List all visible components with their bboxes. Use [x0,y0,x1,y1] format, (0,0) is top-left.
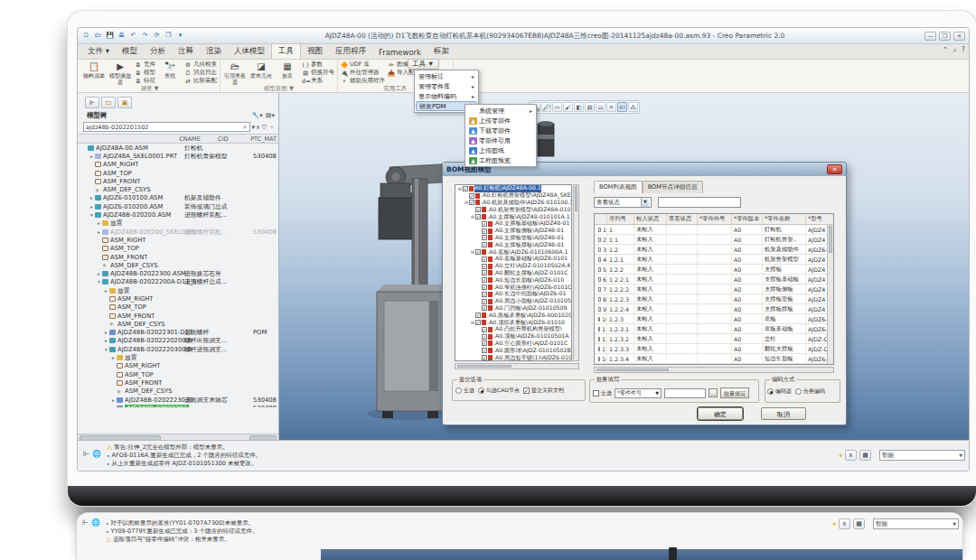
bom-col-序列号[interactable]: 序列号 [607,214,634,224]
row-checkbox[interactable] [598,277,601,282]
batch-field-dropdown[interactable]: *零件件号▼ [615,388,662,398]
tree-row[interactable]: ✳ASM_DEF_CSYS [78,261,278,269]
bom-checkbox[interactable]: ✓ [482,257,487,262]
expand-icon[interactable]: ▾ [89,212,95,218]
bom-col-*型号[interactable]: *型号 [806,214,834,224]
tree-row[interactable]: ASM_FRONT [78,177,278,185]
open-icon[interactable]: 🗁 [93,31,103,41]
radio-cad-nodes[interactable]: 勾选CAD节点 [478,387,520,395]
tab-bom-list-view[interactable]: BOM列表视图 [594,181,643,193]
特征-button[interactable]: 🗎特征 [135,77,155,85]
expand-icon[interactable]: ▸ [103,338,109,343]
clipboard-icon[interactable]: ▦ [859,450,871,461]
redo-icon[interactable]: ↷ [140,31,150,41]
bom-table-row[interactable]: 131.2.3.3未检入A0翻轮支撑板AJDZ-C [595,344,833,354]
bom-checkbox[interactable]: ✓ [482,355,487,360]
checkbox-related-docs[interactable]: ✓提交关联文档 [523,387,564,395]
比较装配-button[interactable]: ⇄比较装配 [184,77,217,85]
bom-checkbox[interactable]: ✓ [482,292,487,297]
tree-row[interactable]: ASM_FRONT [78,253,278,261]
bom-table-row[interactable]: 91.2.2.4未检入A0支撑板撑板AJDZ4 [595,304,833,314]
col-cid[interactable]: CID [218,135,250,143]
bom-checkbox[interactable]: ✓ [482,277,487,283]
close-icon[interactable]: ✕ [827,164,842,174]
物料清单-button[interactable]: 📋物料清单 [82,61,106,79]
row-checkbox[interactable] [598,257,601,262]
expand-icon[interactable]: ▸ [110,397,117,403]
bom-table-row[interactable]: 61.2.2.1未检入A0支撑板基础板AJDZ4 [595,275,833,285]
restore-button[interactable]: ❐ [939,32,951,41]
bom-checkbox[interactable]: ✓ [482,285,487,290]
window-icon[interactable]: ❒ [164,31,174,41]
expand-icon[interactable]: ▸ [110,355,117,360]
repaint-icon[interactable]: 🖌 [563,102,573,112]
row-checkbox[interactable] [598,247,601,252]
tree-row[interactable]: ▸放置 [78,353,278,361]
menu-item-显示物料编码[interactable]: 显示物料编码▸ [416,91,477,101]
tab-分析[interactable]: 分析 [144,44,172,59]
strip-nav-toggle-icon[interactable]: ⊩ [82,518,89,527]
bom-table-row[interactable]: 51.2.2未检入A0支撑板AJDZ4 [595,265,833,275]
tree-row[interactable]: ASM_RIGHT [78,161,278,169]
tree-row[interactable]: ▸AJDZ48B-0202220200.A螺杆出瓶调支... [78,337,278,345]
radio-classify-coding[interactable]: 分类编码 [795,387,825,396]
bom-checkbox[interactable]: ✓ [475,313,481,318]
bom-checkbox[interactable]: ✓ [482,327,487,332]
annotation-display-icon[interactable]: 🏷 [617,102,627,112]
zoom-out-icon[interactable]: 🔎 [541,102,551,112]
batch-browse-button[interactable]: ... [709,388,718,397]
bom-table-row[interactable]: 101.2.3未检入A0底板AJDZ6- [595,314,833,324]
undo-icon[interactable]: ↶ [128,31,138,41]
group-label[interactable]: 调查 ▼ [82,85,217,93]
tree-row[interactable]: ▸AJDZ48B-02022203530408 [78,404,278,407]
tab-注释[interactable]: 注释 [172,44,200,59]
发布几何-button[interactable]: ◪发布几何 [249,61,273,79]
browser-globe-icon[interactable]: 🌐 [92,450,101,458]
bom-checkbox[interactable]: ✓ [475,320,481,325]
row-checkbox[interactable] [598,357,600,361]
bom-checkbox[interactable]: ✓ [482,242,487,247]
tree-row[interactable]: ASM_TOP [78,303,278,312]
bom-checkbox[interactable]: ✓ [475,214,481,219]
bom-checkbox[interactable]: ✓ [469,200,474,205]
tree-display-icon[interactable]: ▤▾ [266,112,275,119]
bom-checkbox[interactable]: ✓ [482,334,487,340]
favorites-tab-icon[interactable]: ▣ [117,97,132,108]
bom-checkbox[interactable]: ✓ [482,270,487,275]
tab-文件[interactable]: 文件 ▾ [81,44,116,59]
tree-row[interactable]: ▾AJDZ48B-0202220300.A螺杆进瓶调支... [78,345,278,353]
bom-col-check[interactable] [595,214,607,224]
submenu-item-上传图纸[interactable]: ▲上传图纸 [466,145,535,155]
bom-checkbox[interactable]: ✓ [482,305,487,311]
bom-table-row[interactable]: 11未检入A0灯检机AJDZ4 [595,225,833,235]
几何检查-button[interactable]: ⚙几何检查 [184,61,217,69]
expand-icon[interactable]: ▸ [89,204,95,210]
submenu-item-零部件引用[interactable]: ▲零部件引用 [466,135,535,145]
bom-col-查看状态[interactable]: 查看状态 [667,214,698,224]
tree-row[interactable]: ASM_RIGHT [78,294,278,303]
bom-col-*零件版本[interactable]: *零件版本 [732,214,763,224]
row-checkbox[interactable] [598,228,601,232]
cancel-button[interactable]: 取消 [761,407,806,420]
tools-overflow-button[interactable]: 工具 ▼ [408,59,439,70]
display-style-icon[interactable]: ◧ [574,102,584,112]
bom-checkbox[interactable]: ✓ [475,249,481,255]
print-icon[interactable]: 🖶 [117,31,127,41]
tab-人体模型[interactable]: 人体模型 [228,44,271,59]
expand-icon[interactable]: ▾ [103,347,109,352]
model-tree-tab-icon[interactable]: ⊩ [85,97,99,108]
expand-icon[interactable]: ▸ [96,229,102,235]
tab-bom-node-details[interactable]: BOM节点详细信息 [643,181,703,193]
regenerate-icon[interactable]: ⟳ [152,31,162,41]
bom-tree-vscrollbar[interactable] [573,184,579,361]
search-tool-icon[interactable]: 𝈙 [845,450,857,461]
bom-checkbox[interactable]: ✓ [482,229,487,234]
close-button[interactable]: ✕ [953,32,965,41]
bom-checkbox[interactable]: ✓ [482,341,487,346]
row-checkbox[interactable] [598,327,600,331]
外挂管理器-button[interactable]: 🔌外挂管理器 [341,69,385,77]
ok-button[interactable]: 确定 [698,407,743,420]
add-icon[interactable]: ＋ [268,123,275,132]
command-search-icon[interactable]: ⌕ [953,46,956,55]
tree-row[interactable]: ASM_TOP [78,245,278,253]
